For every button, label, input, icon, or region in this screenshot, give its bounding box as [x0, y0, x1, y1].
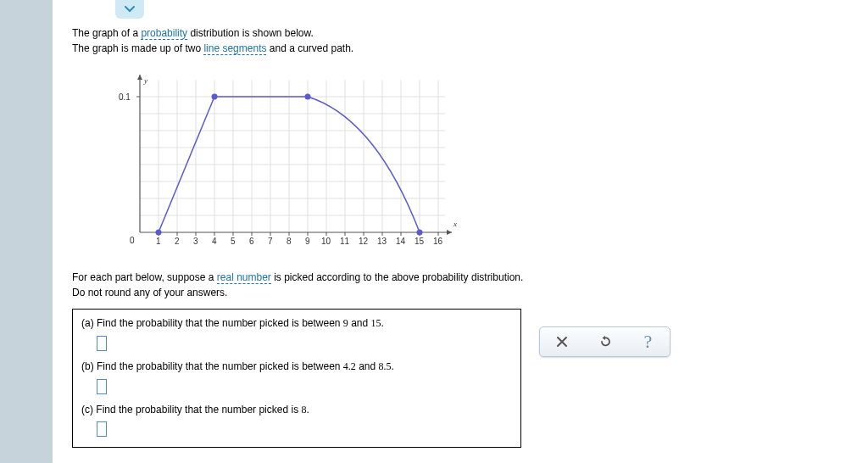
intro-text: The graph of a: [72, 27, 141, 39]
part-b-end: .: [392, 360, 394, 372]
question-intro: For each part below, suppose a real numb…: [72, 270, 868, 300]
x-tick-label: 2: [175, 237, 180, 246]
part-a-mid: and: [348, 317, 371, 329]
undo-icon: [598, 335, 612, 349]
help-button[interactable]: ?: [630, 329, 667, 354]
question-box: (a) Find the probability that the number…: [72, 309, 521, 448]
marker: [212, 94, 218, 100]
part-a: (a) Find the probability that the number…: [81, 316, 512, 351]
clear-button[interactable]: [543, 329, 581, 354]
x-tick-label: 12: [359, 237, 369, 246]
x-tick-label: 5: [231, 237, 236, 246]
answer-input-a[interactable]: [97, 336, 107, 351]
question-intro-text: For each part below, suppose a: [72, 271, 217, 283]
intro-text: and a curved path.: [266, 42, 353, 54]
x-tick-label: 10: [321, 237, 331, 246]
x-axis-arrow: [447, 230, 452, 235]
x-tick-label: 1: [156, 237, 161, 246]
x-axis-label: x: [453, 220, 457, 228]
marker: [156, 230, 162, 236]
x-tick-label: 13: [377, 237, 387, 246]
term-real-number[interactable]: real number: [217, 271, 271, 284]
part-b-text: (b) Find the probability that the number…: [81, 360, 512, 374]
part-a-end: .: [381, 317, 384, 329]
y-axis-arrow: [137, 75, 142, 80]
x-tick-label: 14: [396, 237, 406, 246]
answer-input-b[interactable]: [97, 379, 107, 394]
x-tick-label: 3: [193, 237, 198, 246]
part-a-n2: 15: [371, 317, 381, 329]
answer-toolbar: ?: [539, 326, 670, 357]
part-c-end: .: [306, 404, 309, 416]
x-tick-label: 11: [340, 237, 350, 246]
x-tick-label: 6: [249, 237, 254, 246]
answer-input-c[interactable]: [97, 421, 107, 437]
question-intro-text: Do not round any of your answers.: [72, 287, 227, 298]
intro-text: distribution is shown below.: [187, 27, 314, 39]
graph-container: y x 0.1 0 1 2 3 4 5 6 7 8 9 10 11 12 13 …: [97, 71, 868, 258]
y-axis-label: y: [143, 76, 147, 85]
content-area: The graph of a probability distribution …: [72, 0, 868, 448]
part-c-text: (c) Find the probability that the number…: [81, 403, 512, 417]
part-b-pre: (b) Find the probability that the number…: [81, 360, 343, 372]
y-tick-label: 0.1: [119, 92, 131, 102]
part-b-n1: 4.2: [343, 360, 356, 372]
origin-label: 0: [130, 236, 135, 245]
x-tick-label: 16: [433, 237, 443, 246]
part-c-pre: (c) Find the probability that the number…: [81, 404, 301, 416]
x-tick-label: 4: [212, 237, 217, 246]
x-tick-label: 15: [415, 237, 425, 246]
part-a-text: (a) Find the probability that the number…: [81, 316, 512, 331]
problem-intro: The graph of a probability distribution …: [72, 25, 868, 56]
part-b: (b) Find the probability that the number…: [81, 360, 512, 394]
x-tick-label: 8: [287, 237, 292, 246]
x-tick-label: 7: [268, 237, 273, 246]
part-a-pre: (a) Find the probability that the number…: [81, 317, 343, 329]
x-tick-label: 9: [305, 237, 310, 246]
page-gutter: [0, 0, 53, 463]
close-icon: [556, 336, 568, 348]
reset-button[interactable]: [587, 329, 624, 354]
svg-marker-41: [602, 336, 605, 340]
part-b-mid: and: [356, 360, 379, 372]
question-intro-text: is picked according to the above probabi…: [271, 271, 524, 283]
intro-text: The graph is made up of two: [72, 42, 203, 54]
term-line-segments[interactable]: line segments: [203, 42, 266, 55]
marker: [417, 230, 423, 236]
part-c: (c) Find the probability that the number…: [81, 403, 512, 438]
term-probability[interactable]: probability: [141, 27, 187, 40]
part-b-n2: 8.5: [379, 360, 392, 372]
marker: [305, 94, 311, 100]
probability-distribution-graph: y x 0.1 0 1 2 3 4 5 6 7 8 9 10 11 12 13 …: [97, 71, 470, 258]
